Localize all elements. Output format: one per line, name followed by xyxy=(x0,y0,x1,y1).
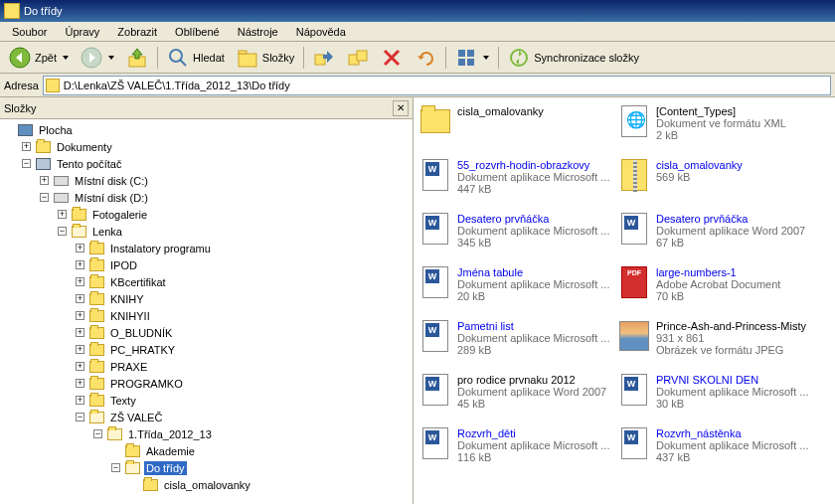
file-item[interactable]: pro rodice prvnaku 2012Dokument aplikace… xyxy=(419,374,618,410)
views-icon xyxy=(455,47,477,69)
expand-icon[interactable]: + xyxy=(22,142,31,151)
expand-icon[interactable]: + xyxy=(76,260,84,269)
file-item[interactable]: Rozvrh_nástěnkaDokument aplikace Microso… xyxy=(618,427,817,463)
up-button[interactable] xyxy=(121,44,153,72)
file-item[interactable]: Desatero prvňáčkaDokument aplikace Word … xyxy=(618,213,817,249)
file-item[interactable]: Pametni listDokument aplikace Microsoft … xyxy=(419,320,618,356)
tree-node[interactable]: −Místní disk (D:) xyxy=(2,189,411,206)
tree-label: Plocha xyxy=(37,123,75,137)
expand-icon[interactable]: + xyxy=(76,345,84,354)
tree-node[interactable]: +IPOD xyxy=(2,256,411,273)
folder-icon xyxy=(88,308,104,324)
file-desc: Dokument aplikace Word 2007 xyxy=(656,225,817,237)
tree-label: Texty xyxy=(108,394,138,408)
tree-label: Lenka xyxy=(90,225,124,239)
menu-edit[interactable]: Úpravy xyxy=(57,24,107,40)
close-pane-button[interactable]: ✕ xyxy=(393,100,409,116)
folder-icon xyxy=(88,274,104,290)
file-item[interactable]: [Content_Types]Dokument ve formátu XML2 … xyxy=(618,105,817,141)
file-name: 55_rozvrh-hodin-obrazkovy xyxy=(457,159,618,171)
copy-button[interactable] xyxy=(342,44,374,72)
address-label: Adresa xyxy=(4,80,39,91)
tree-node[interactable]: +KBcertifikat xyxy=(2,273,411,290)
tree-node[interactable]: −Do třídy xyxy=(2,459,411,476)
tree-node[interactable]: +KNIHYII xyxy=(2,307,411,324)
menu-view[interactable]: Zobrazit xyxy=(109,24,165,40)
tree-node[interactable]: +Fotogalerie xyxy=(2,206,411,223)
tree-node[interactable]: +Texty xyxy=(2,392,411,409)
tree-node[interactable]: +PC_HRATKY xyxy=(2,341,411,358)
tree-node[interactable]: +O_BLUDNÍK xyxy=(2,324,411,341)
file-size: Obrázek ve formátu JPEG xyxy=(656,344,817,356)
tree-node[interactable]: +PROGRAMKO xyxy=(2,375,411,392)
menu-file[interactable]: Soubor xyxy=(4,24,55,40)
collapse-icon[interactable]: − xyxy=(40,193,49,202)
desktop-icon xyxy=(17,122,33,138)
file-size: 345 kB xyxy=(457,237,618,249)
forward-icon xyxy=(81,47,102,69)
sync-button[interactable]: Synchronizace složky xyxy=(503,44,644,72)
tree-node[interactable]: −ZŠ VALEČ xyxy=(2,409,411,425)
tree-node[interactable]: −Tento počítač xyxy=(2,155,411,172)
collapse-icon[interactable]: − xyxy=(111,463,120,472)
expand-icon[interactable]: + xyxy=(58,210,67,219)
expand-icon[interactable]: + xyxy=(76,396,84,405)
file-item[interactable]: 55_rozvrh-hodin-obrazkovyDokument aplika… xyxy=(419,159,618,195)
delete-button[interactable] xyxy=(376,44,408,72)
forward-button[interactable] xyxy=(76,44,119,72)
file-name: Rozvrh_nástěnka xyxy=(656,427,817,439)
file-item[interactable]: Jména tabuleDokument aplikace Microsoft … xyxy=(419,266,618,302)
file-item[interactable]: Desatero prvňáčkaDokument aplikace Micro… xyxy=(419,213,618,249)
file-item[interactable]: PDFlarge-numbers-1Adobe Acrobat Document… xyxy=(618,266,817,302)
tree-node[interactable]: Plocha xyxy=(2,121,411,138)
menu-help[interactable]: Nápověda xyxy=(288,24,354,40)
tree-node[interactable]: −Lenka xyxy=(2,223,411,240)
tree-label: Místní disk (C:) xyxy=(73,174,150,188)
comp-icon xyxy=(35,156,51,172)
expand-icon[interactable]: + xyxy=(76,311,84,320)
expand-icon[interactable]: + xyxy=(76,362,84,371)
search-button[interactable]: Hledat xyxy=(162,44,230,72)
collapse-icon[interactable]: − xyxy=(93,429,102,438)
back-button[interactable]: Zpět xyxy=(4,44,74,72)
expand-icon[interactable]: + xyxy=(76,277,84,286)
tree-label: IPOD xyxy=(108,258,139,272)
svg-rect-5 xyxy=(239,54,256,67)
collapse-icon[interactable]: − xyxy=(76,413,84,421)
collapse-icon[interactable]: − xyxy=(22,159,31,168)
expand-icon[interactable]: + xyxy=(76,244,84,252)
menu-tools[interactable]: Nástroje xyxy=(230,24,286,40)
tree-node[interactable]: −1.Třída_2012_13 xyxy=(2,425,411,442)
expand-icon[interactable]: + xyxy=(76,379,84,388)
tree-node[interactable]: +PRAXE xyxy=(2,358,411,375)
file-size: 569 kB xyxy=(656,171,817,183)
file-item[interactable]: Prince-Ash-and-Princess-Misty931 x 861Ob… xyxy=(618,320,817,356)
tree-node[interactable]: +Dokumenty xyxy=(2,138,411,155)
svg-rect-12 xyxy=(458,59,465,66)
move-button[interactable] xyxy=(308,44,340,72)
tree-node[interactable]: +Instalatory programu xyxy=(2,240,411,256)
tree-node[interactable]: cisla_omalovanky xyxy=(2,476,411,493)
file-list[interactable]: cisla_omalovanky[Content_Types]Dokument … xyxy=(414,97,835,504)
address-input[interactable] xyxy=(43,76,831,95)
folder-icon xyxy=(46,79,60,92)
toolbar: Zpět Hledat Složky Synchronizace složky xyxy=(0,42,835,74)
undo-button[interactable] xyxy=(410,44,441,72)
tree-node[interactable]: +Místní disk (C:) xyxy=(2,172,411,189)
file-item[interactable]: PRVNI SKOLNI DENDokument aplikace Micros… xyxy=(618,374,817,410)
tree-node[interactable]: +KNIHY xyxy=(2,290,411,307)
file-item[interactable]: Rozvrh_dětiDokument aplikace Microsoft .… xyxy=(419,427,618,463)
expand-icon[interactable]: + xyxy=(76,294,84,303)
folders-button[interactable]: Složky xyxy=(232,44,299,72)
expand-icon[interactable]: + xyxy=(40,176,49,185)
tree-label: PRAXE xyxy=(108,360,149,374)
file-item[interactable]: cisla_omalovanky569 kB xyxy=(618,159,817,195)
views-button[interactable] xyxy=(450,44,494,72)
drive-icon xyxy=(53,190,69,206)
file-item[interactable]: cisla_omalovanky xyxy=(419,105,618,141)
folder-tree[interactable]: Plocha+Dokumenty−Tento počítač+Místní di… xyxy=(0,119,413,504)
menu-favorites[interactable]: Oblíbené xyxy=(167,24,228,40)
tree-node[interactable]: Akademie xyxy=(2,442,411,459)
collapse-icon[interactable]: − xyxy=(58,227,67,236)
expand-icon[interactable]: + xyxy=(76,328,84,337)
